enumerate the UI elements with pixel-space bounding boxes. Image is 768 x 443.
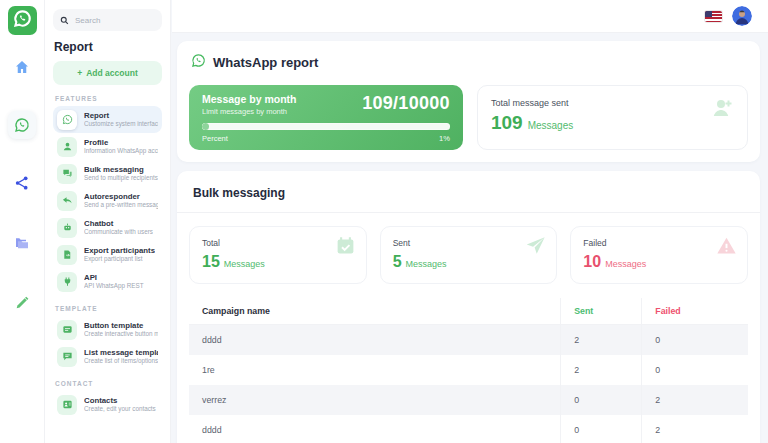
bulk-title: Bulk messaging <box>193 186 744 200</box>
item-title: Bulk messaging <box>84 165 158 175</box>
plus-icon: + <box>77 68 82 78</box>
rail-folders-icon[interactable] <box>8 229 36 257</box>
sidebar-item-profile[interactable]: ProfileInformation WhatsApp account <box>53 133 162 160</box>
bulk-messaging-panel: Bulk messaging Total 15 Messages <box>177 171 760 443</box>
list-bubble-icon <box>57 347 77 367</box>
item-title: API <box>84 273 144 283</box>
item-title: Export participants <box>84 246 155 256</box>
stat-card-total: Total 15 Messages <box>189 226 367 284</box>
item-subtitle: API WhatsApp REST <box>84 282 144 290</box>
stat-card-failed: Failed 10 Messages <box>570 226 748 284</box>
stat-unit: Messages <box>605 259 646 269</box>
divider <box>177 212 760 213</box>
sidebar-item-export-participants[interactable]: Export participantsExport participant li… <box>53 241 162 268</box>
user-avatar[interactable] <box>732 6 752 26</box>
sidebar: Report + Add account FEATURES ReportCust… <box>45 0 171 443</box>
sidebar-item-report[interactable]: ReportCustomize system interface <box>53 106 162 133</box>
month-progress-bar <box>202 123 450 130</box>
sidebar-item-list-message-template[interactable]: List message templateCreate list of item… <box>53 343 162 370</box>
section-label-template: TEMPLATE <box>55 305 160 312</box>
stat-label: Total <box>202 238 354 248</box>
button-card-icon <box>57 320 77 340</box>
total-card-value: 109 <box>491 112 523 134</box>
stat-label: Sent <box>393 238 545 248</box>
reply-arrow-icon <box>57 191 77 211</box>
month-card-subtitle: Limit messages by month <box>202 107 297 116</box>
table-row: 1re 2 0 <box>189 355 748 385</box>
whatsapp-logo-icon <box>13 9 32 32</box>
user-plus-icon <box>711 96 735 124</box>
sidebar-item-contacts[interactable]: ContactsCreate, edit your contacts <box>53 391 162 418</box>
rail-whatsapp-icon[interactable] <box>8 111 36 139</box>
percent-label: Percent <box>202 134 228 143</box>
topbar <box>172 0 768 33</box>
report-title: WhatsApp report <box>213 55 318 70</box>
stat-unit: Messages <box>224 259 265 269</box>
sidebar-item-bulk-messaging[interactable]: Bulk messagingSend to multiple recipient… <box>53 160 162 187</box>
section-label-contact: CONTACT <box>55 380 160 387</box>
stat-card-sent: Sent 5 Messages <box>380 226 558 284</box>
item-title: Chatbot <box>84 219 153 229</box>
column-campaign-name: Campaign name <box>189 298 561 325</box>
sidebar-item-button-template[interactable]: Button templateCreate interactive button… <box>53 316 162 343</box>
item-title: Profile <box>84 138 158 148</box>
sidebar-item-autoresponder[interactable]: AutoresponderSend a pre-written message <box>53 187 162 214</box>
stat-label: Failed <box>583 238 735 248</box>
rail-pencil-icon[interactable] <box>8 289 36 317</box>
language-flag-us-icon[interactable] <box>705 11 722 22</box>
cell-campaign-name: dddd <box>189 325 561 356</box>
month-card-title: Message by month <box>202 93 297 105</box>
app-logo[interactable] <box>8 6 37 35</box>
cell-sent: 0 <box>561 415 642 443</box>
item-title: List message template <box>84 348 158 358</box>
main-area: WhatsApp report Message by month Limit m… <box>172 0 768 443</box>
export-doc-icon <box>57 245 77 265</box>
bulk-stats-row: Total 15 Messages Sent 5 Messa <box>189 226 748 284</box>
report-panel: WhatsApp report Message by month Limit m… <box>177 41 760 162</box>
item-subtitle: Create interactive button mes... <box>84 330 158 338</box>
icon-rail <box>0 0 45 443</box>
plug-icon <box>57 272 77 292</box>
stat-value: 15 <box>202 253 220 271</box>
cell-sent: 2 <box>561 325 642 356</box>
add-account-button[interactable]: + Add account <box>53 61 162 85</box>
robot-icon <box>57 218 77 238</box>
search-input[interactable] <box>75 16 155 25</box>
app-root: Report + Add account FEATURES ReportCust… <box>0 0 768 443</box>
sidebar-item-chatbot[interactable]: ChatbotCommunicate with users <box>53 214 162 241</box>
report-header: WhatsApp report <box>191 53 746 72</box>
add-account-label: Add account <box>86 68 137 78</box>
table-row: dddd 0 2 <box>189 415 748 443</box>
page-title: Report <box>54 40 161 54</box>
paper-plane-icon <box>525 235 546 260</box>
table-row: verrez 0 2 <box>189 385 748 415</box>
stat-unit: Messages <box>406 259 447 269</box>
item-title: Contacts <box>84 396 156 406</box>
rail-share-nodes-icon[interactable] <box>8 169 36 197</box>
table-row: dddd 2 0 <box>189 325 748 356</box>
search-icon <box>60 11 69 29</box>
cell-failed: 0 <box>642 355 748 385</box>
item-subtitle: Customize system interface <box>84 120 158 128</box>
whatsapp-icon <box>57 110 77 130</box>
stat-value: 5 <box>393 253 402 271</box>
chat-bubbles-icon <box>57 164 77 184</box>
rail-home-icon[interactable] <box>8 53 36 81</box>
column-failed: Failed <box>642 298 748 325</box>
message-by-month-card: Message by month Limit messages by month… <box>189 85 463 150</box>
item-subtitle: Create list of items/options <box>84 357 158 365</box>
search-box[interactable] <box>53 9 162 31</box>
cell-campaign-name: dddd <box>189 415 561 443</box>
item-subtitle: Information WhatsApp account <box>84 147 158 155</box>
whatsapp-icon <box>191 53 206 72</box>
cell-campaign-name: 1re <box>189 355 561 385</box>
table-header-row: Campaign name Sent Failed <box>189 298 748 325</box>
sidebar-item-api[interactable]: APIAPI WhatsApp REST <box>53 268 162 295</box>
item-subtitle: Communicate with users <box>84 228 153 236</box>
calendar-check-icon <box>335 235 356 260</box>
column-sent: Sent <box>561 298 642 325</box>
percent-value: 1% <box>439 134 450 143</box>
cell-sent: 2 <box>561 355 642 385</box>
content: WhatsApp report Message by month Limit m… <box>172 33 768 443</box>
cell-sent: 0 <box>561 385 642 415</box>
